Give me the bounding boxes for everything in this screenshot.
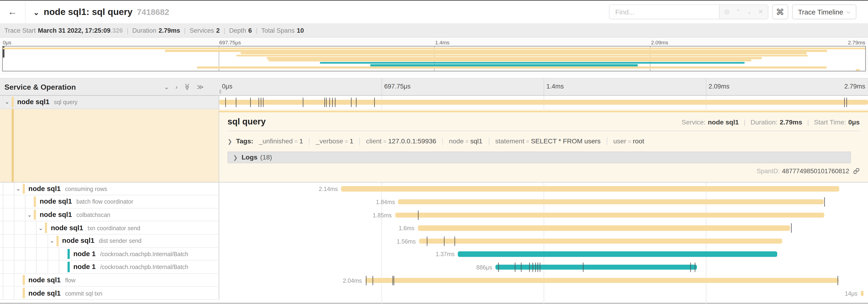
span-tree-cell[interactable]: node 1/cockroach.roachpb.Internal/Batch — [0, 248, 219, 261]
span-bar[interactable] — [496, 265, 697, 270]
span-tree-cell[interactable]: node sql1batch flow coordinator — [0, 195, 219, 208]
operation-name: colbatchscan — [76, 211, 110, 218]
span-bar-cell[interactable]: 886μs — [219, 261, 868, 274]
trace-title-group[interactable]: ⌄ node sql1: sql query 7418682 — [33, 6, 169, 17]
next-result-icon[interactable]: ⌄ — [747, 8, 752, 15]
span-bar-cell[interactable]: 1.84ms — [219, 195, 868, 208]
expand-collapse-icon[interactable]: ⌄ — [27, 212, 32, 218]
span-tree-cell[interactable]: ⌄node sql1txn coordinator send — [0, 222, 219, 235]
span-row[interactable]: node sql1flow2.04ms — [0, 274, 868, 287]
span-bar-cell[interactable]: 1.37ms — [219, 248, 868, 261]
span-bar-cell[interactable]: 1.85ms — [219, 208, 868, 222]
log-marker — [259, 98, 259, 107]
clear-search-icon[interactable]: ✕ — [758, 8, 763, 15]
tag-item: _unfinished=1 — [259, 137, 303, 145]
expand-one-icon[interactable]: › — [176, 83, 178, 91]
span-id-row: SpanID: 4877749850101760812 — [227, 167, 860, 174]
span-row[interactable]: ⌄node sql1txn coordinator send1.6ms — [0, 222, 868, 235]
span-tree-cell[interactable]: node sql1flow — [0, 274, 219, 287]
prev-result-icon[interactable]: ⌃ — [736, 8, 741, 15]
span-row[interactable]: node sql1commit sql txn14μs — [0, 287, 868, 300]
keyboard-shortcuts-button[interactable]: ⌘ — [772, 4, 788, 20]
trace-view-selector[interactable]: Trace Timeline ⌵ — [792, 4, 857, 20]
expand-collapse-icon[interactable]: ⌄ — [16, 185, 21, 192]
span-row[interactable]: ⌄node sql1sql query — [0, 96, 868, 109]
logs-accordion[interactable]: ❯ Logs (18) — [227, 151, 851, 163]
log-marker — [261, 98, 261, 107]
axis-tick-label: 1.4ms — [435, 39, 450, 45]
tags-accordion[interactable]: ❯ Tags: _unfinished=1_verbose=1client=12… — [227, 136, 860, 146]
span-bar[interactable] — [365, 278, 839, 283]
log-marker — [236, 98, 237, 107]
back-button[interactable]: ← — [0, 0, 26, 23]
span-tree-cell[interactable]: ⌄node sql1colbatchscan — [0, 208, 219, 222]
span-bar[interactable] — [219, 100, 868, 105]
span-tree-cell[interactable]: ⌄node sql1dist sender send — [0, 235, 219, 248]
span-row[interactable]: ⌄node sql1consuming rows2.14ms — [0, 182, 868, 195]
span-color-bar — [11, 109, 13, 182]
minimap-canvas[interactable] — [2, 46, 866, 71]
log-marker — [393, 275, 393, 285]
span-bar-cell[interactable]: 1.56ms — [219, 235, 868, 248]
span-bar[interactable] — [458, 251, 777, 257]
locate-icon[interactable]: ◎ — [724, 8, 730, 15]
span-bar[interactable] — [419, 238, 782, 244]
log-marker — [690, 263, 691, 272]
chevron-down-icon: ⌵ — [846, 9, 850, 15]
span-bar[interactable] — [341, 186, 839, 192]
find-group: ◎ ⌃ ⌄ ✕ — [609, 4, 768, 20]
log-marker — [583, 263, 584, 272]
service-color-bar — [23, 275, 25, 285]
span-row[interactable]: node 1/cockroach.roachpb.Internal/Batch1… — [0, 248, 868, 261]
log-marker — [356, 98, 357, 107]
expand-collapse-icon[interactable]: ⌄ — [38, 225, 43, 231]
span-tree-cell[interactable]: node 1/cockroach.roachpb.Internal/Batch — [0, 261, 219, 274]
find-input[interactable] — [610, 5, 719, 19]
log-marker — [303, 98, 303, 107]
span-tree-cell[interactable]: ⌄node sql1sql query — [0, 96, 219, 109]
span-duration-label: 1.37ms — [436, 251, 455, 257]
start-time-value: 0μs — [848, 118, 860, 126]
span-row[interactable]: ⌄node sql1dist sender send1.56ms — [0, 235, 868, 248]
span-detail-row: sql query Service: node sql1 | Duration:… — [0, 109, 868, 182]
span-bar[interactable] — [395, 212, 825, 218]
chevron-right-icon: ❯ — [233, 154, 238, 160]
operation-name: commit sql txn — [65, 290, 102, 296]
span-row[interactable]: ⌄node sql1colbatchscan1.85ms — [0, 208, 868, 222]
span-bar-cell[interactable]: 14μs — [219, 287, 868, 300]
span-detail-meta: Service: node sql1 | Duration: 2.79ms | … — [682, 118, 860, 126]
top-bar: ← ⌄ node sql1: sql query 7418682 ◎ ⌃ ⌄ ✕… — [0, 0, 868, 23]
span-bar[interactable] — [417, 226, 790, 231]
span-bar[interactable] — [861, 291, 864, 296]
span-bar-cell[interactable] — [219, 96, 868, 109]
deep-link-icon[interactable] — [853, 167, 860, 174]
collapse-all-icon[interactable]: ≫ — [183, 83, 191, 90]
ruler-tick-label: 2.09ms — [709, 83, 729, 90]
service-color-bar — [23, 183, 25, 194]
service-name: node 1 — [73, 250, 96, 258]
log-marker — [846, 98, 847, 107]
log-marker — [535, 263, 536, 272]
span-bar-cell[interactable]: 1.6ms — [219, 222, 868, 235]
service-color-bar — [23, 288, 25, 298]
column-resizer[interactable]: ‖ — [219, 89, 221, 95]
ruler-tick-label: 697.75μs — [384, 83, 411, 90]
expand-collapse-icon[interactable]: ⌄ — [5, 99, 9, 105]
span-row[interactable]: node 1/cockroach.roachpb.Internal/Batch8… — [0, 261, 868, 274]
span-duration-label: 14μs — [845, 290, 858, 297]
arrow-left-icon: ← — [8, 6, 17, 17]
span-bar[interactable] — [398, 199, 824, 205]
span-bar-cell[interactable]: 2.14ms — [219, 182, 868, 195]
span-tree-cell[interactable]: node sql1commit sql txn — [0, 287, 219, 300]
span-row[interactable]: node sql1batch flow coordinator1.84ms — [0, 195, 868, 208]
axis-tick-label: 697.75μs — [219, 39, 241, 45]
collapse-one-icon[interactable]: ⌄ — [164, 83, 169, 91]
axis-tick-label: 2.09ms — [651, 39, 668, 45]
expand-all-icon[interactable]: ≫ — [197, 83, 204, 91]
span-tree-cell[interactable]: ⌄node sql1consuming rows — [0, 182, 219, 195]
minimap-span-bar — [267, 57, 762, 59]
command-icon: ⌘ — [776, 7, 784, 17]
horizontal-scrollbar[interactable] — [0, 303, 868, 304]
expand-collapse-icon[interactable]: ⌄ — [50, 238, 55, 244]
span-bar-cell[interactable]: 2.04ms — [219, 274, 868, 287]
